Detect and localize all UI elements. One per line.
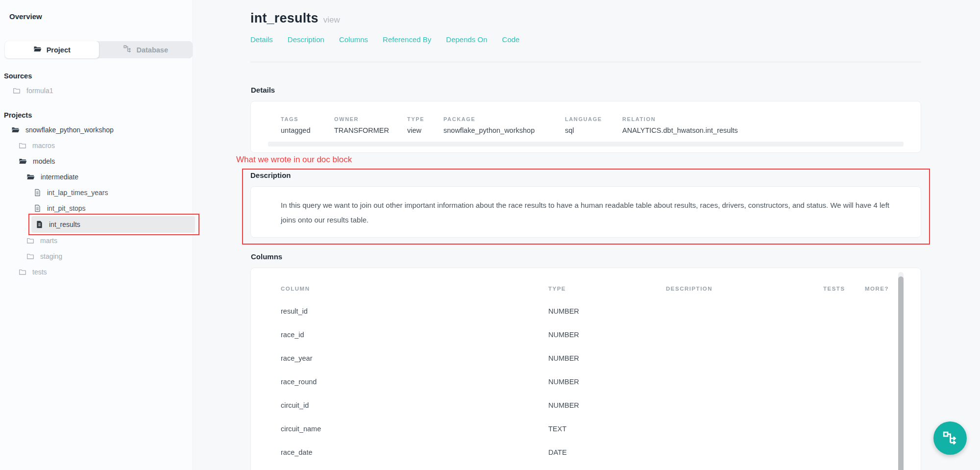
section-tabs: Details Description Columns Referenced B… <box>250 35 921 44</box>
tab-columns[interactable]: Columns <box>339 35 368 44</box>
field-value: untagged <box>281 126 334 134</box>
resource-type-label: view <box>323 15 340 25</box>
description-body: In this query we want to join out other … <box>281 198 904 227</box>
column-header: COLUMN <box>281 286 548 292</box>
tree-item-label: tests <box>32 268 47 276</box>
folder-open-icon <box>19 157 27 165</box>
tab-code[interactable]: Code <box>502 35 520 44</box>
sidebar-item-snowflake-python-workshop[interactable]: snowflake_python_workshop <box>11 122 193 138</box>
projects-tree: snowflake_python_workshop macros models … <box>0 122 193 280</box>
sources-heading: Sources <box>0 72 193 80</box>
projects-heading: Projects <box>0 111 193 119</box>
database-toggle-button[interactable]: Database <box>99 41 193 58</box>
sidebar-item-int-lap-times-years[interactable]: int_lap_times_years <box>34 185 193 200</box>
column-name-cell: circuit_name <box>281 425 548 433</box>
sidebar-item-tests[interactable]: tests <box>19 264 193 280</box>
column-name-cell: race_date <box>281 448 548 456</box>
document-solid-icon <box>36 221 43 228</box>
field-label: LANGUAGE <box>565 116 622 122</box>
field-language: LANGUAGE sql <box>565 116 622 134</box>
sidebar-item-marts[interactable]: marts <box>26 233 193 248</box>
details-section: Details TAGS untagged OWNER TRANSFORMER … <box>250 86 921 153</box>
table-row[interactable]: circuit_name TEXT <box>281 417 921 441</box>
column-type-cell: NUMBER <box>548 354 666 362</box>
project-toggle-button[interactable]: Project <box>5 41 99 58</box>
sidebar-item-int-pit-stops[interactable]: int_pit_stops <box>34 200 193 216</box>
tab-description[interactable]: Description <box>288 35 324 44</box>
field-value: snowflake_python_workshop <box>443 126 565 134</box>
annotation-box-description: Description In this query we want to joi… <box>242 169 930 245</box>
sidebar-item-staging[interactable]: staging <box>26 248 193 264</box>
sidebar-item-macros[interactable]: macros <box>19 138 193 153</box>
tree-item-label: intermediate <box>41 173 78 181</box>
column-header: MORE? <box>865 286 894 292</box>
tab-referenced-by[interactable]: Referenced By <box>383 35 431 44</box>
folder-icon <box>19 142 26 149</box>
column-type-cell: NUMBER <box>548 401 666 409</box>
field-label: PACKAGE <box>443 116 565 122</box>
sidebar: Overview Project Database Sources <box>0 0 193 470</box>
tab-depends-on[interactable]: Depends On <box>446 35 487 44</box>
description-heading: Description <box>250 171 921 179</box>
tab-details[interactable]: Details <box>250 35 273 44</box>
sidebar-item-models[interactable]: models <box>19 153 193 169</box>
field-package: PACKAGE snowflake_python_workshop <box>443 116 565 134</box>
table-row[interactable]: race_round NUMBER <box>281 370 921 394</box>
main-panel: int_results view Details Description Col… <box>193 0 980 470</box>
folder-open-icon <box>11 126 20 134</box>
annotation-text: What we wrote in our doc block <box>236 155 921 165</box>
table-row[interactable]: result_id NUMBER <box>281 299 921 323</box>
table-scrollbar-thumb[interactable] <box>898 276 904 470</box>
field-owner: OWNER TRANSFORMER <box>334 116 407 134</box>
table-body: result_id NUMBER race_id NUMBER <box>281 299 921 470</box>
page-title-bar: int_results view <box>250 11 921 26</box>
tabs-divider <box>250 62 921 62</box>
columns-heading: Columns <box>251 252 921 261</box>
database-toggle-label: Database <box>137 46 168 54</box>
tree-item-label: int_pit_stops <box>47 204 86 212</box>
field-type: TYPE view <box>407 116 443 134</box>
column-name-cell: circuit_id <box>281 401 548 409</box>
tree-item-label: int_lap_times_years <box>47 189 108 197</box>
table-row[interactable]: circuit_id NUMBER <box>281 394 921 417</box>
table-row[interactable]: race_date DATE <box>281 441 921 464</box>
folder-icon <box>13 87 21 95</box>
field-value: view <box>407 126 443 134</box>
tree-item-label: models <box>33 157 55 165</box>
sidebar-item-int-results[interactable]: int_results <box>31 216 195 233</box>
column-type-cell: TEXT <box>548 425 666 433</box>
details-fields: TAGS untagged OWNER TRANSFORMER TYPE vie… <box>268 116 904 134</box>
column-header: DESCRIPTION <box>666 286 823 292</box>
table-row[interactable]: race_year NUMBER <box>281 346 921 370</box>
column-type-cell: DATE <box>548 448 666 456</box>
details-heading: Details <box>251 86 921 94</box>
tree-item-label: snowflake_python_workshop <box>25 126 114 134</box>
column-name-cell: result_id <box>281 307 548 315</box>
column-name-cell: race_id <box>281 331 548 339</box>
folder-open-icon <box>33 45 42 54</box>
sidebar-item-intermediate[interactable]: intermediate <box>26 169 193 185</box>
field-label: OWNER <box>334 116 407 122</box>
sidebar-item-formula1[interactable]: formula1 <box>13 83 193 99</box>
columns-section: Columns COLUMN TYPE DESCRIPTION TESTS MO… <box>250 252 921 470</box>
table-row[interactable]: race_id NUMBER <box>281 323 921 346</box>
field-label: TYPE <box>407 116 443 122</box>
field-value: sql <box>565 126 622 134</box>
view-toggle: Project Database <box>5 41 193 58</box>
column-type-cell: NUMBER <box>548 307 666 315</box>
document-icon <box>34 204 41 212</box>
sources-tree: formula1 <box>0 83 193 99</box>
folder-icon <box>26 252 34 260</box>
details-collapsed-bar <box>268 142 904 147</box>
folder-open-icon <box>26 173 35 181</box>
lineage-tree-icon <box>123 45 132 54</box>
field-tags: TAGS untagged <box>281 116 334 134</box>
table-row[interactable]: race_time TIME <box>281 464 921 470</box>
column-name-cell: race_round <box>281 378 548 386</box>
field-label: TAGS <box>281 116 334 122</box>
column-name-cell: race_year <box>281 354 548 362</box>
tree-item-label: marts <box>40 237 57 245</box>
overview-heading: Overview <box>0 12 193 21</box>
table-header-row: COLUMN TYPE DESCRIPTION TESTS MORE? <box>281 286 921 292</box>
details-card: TAGS untagged OWNER TRANSFORMER TYPE vie… <box>250 101 921 153</box>
